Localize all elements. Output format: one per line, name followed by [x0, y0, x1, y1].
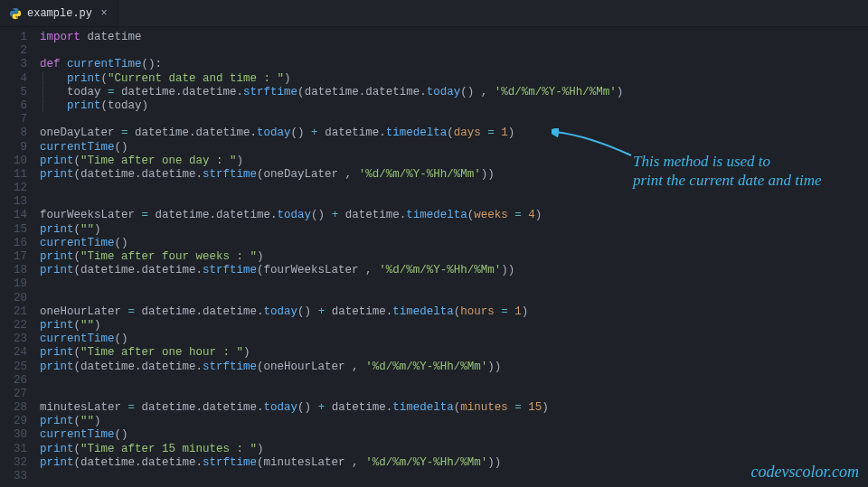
line-number: 7: [0, 113, 27, 126]
line-number: 9: [0, 141, 27, 155]
code-line[interactable]: print("Time after one hour : "): [40, 346, 868, 360]
code-line[interactable]: print(""): [40, 415, 868, 428]
code-line[interactable]: minutesLater = datetime.datetime.today()…: [40, 401, 868, 415]
code-line[interactable]: def currentTime():: [40, 58, 868, 71]
line-number: 12: [0, 182, 27, 195]
line-number: 4: [0, 72, 27, 86]
editor-tab[interactable]: example.py ×: [0, 0, 118, 26]
line-number: 5: [0, 86, 27, 99]
code-line[interactable]: import datetime: [40, 31, 868, 44]
line-number: 25: [0, 361, 27, 374]
code-line[interactable]: print(""): [40, 319, 868, 332]
line-number: 19: [0, 277, 27, 291]
line-number: 18: [0, 264, 27, 277]
line-number: 20: [0, 292, 27, 305]
line-number: 23: [0, 332, 27, 346]
code-line[interactable]: currentTime(): [40, 428, 868, 442]
line-number: 29: [0, 415, 27, 428]
line-number: 8: [0, 126, 27, 140]
code-line[interactable]: │ print("Current date and time : "): [40, 72, 868, 86]
line-number: 22: [0, 319, 27, 332]
code-area[interactable]: import datetime def currentTime():│ prin…: [40, 31, 868, 487]
code-line[interactable]: [40, 374, 868, 388]
annotation-line-1: This method is used to: [633, 153, 770, 170]
code-line[interactable]: print("Time after four weeks : "): [40, 250, 868, 264]
line-number: 21: [0, 305, 27, 319]
line-number: 3: [0, 58, 27, 71]
code-line[interactable]: [40, 195, 868, 209]
line-number: 15: [0, 223, 27, 237]
code-line[interactable]: [40, 292, 868, 305]
code-line[interactable]: print(datetime.datetime.strftime(oneHour…: [40, 361, 868, 374]
line-number: 33: [0, 470, 27, 483]
code-line[interactable]: [40, 388, 868, 401]
code-line[interactable]: print(datetime.datetime.strftime(fourWee…: [40, 264, 868, 277]
line-number: 27: [0, 388, 27, 401]
code-line[interactable]: print(datetime.datetime.strftime(minutes…: [40, 456, 868, 470]
line-number: 30: [0, 428, 27, 442]
line-number: 2: [0, 44, 27, 58]
code-line[interactable]: │ today = datetime.datetime.strftime(dat…: [40, 86, 868, 99]
code-line[interactable]: [40, 277, 868, 291]
watermark: codevscolor.com: [751, 462, 859, 482]
line-number: 11: [0, 168, 27, 182]
line-number: 26: [0, 374, 27, 388]
code-editor[interactable]: 1234567891011121314151617181920212223242…: [0, 27, 868, 487]
handwritten-annotation: This method is used to print the current…: [633, 152, 859, 191]
code-line[interactable]: fourWeeksLater = datetime.datetime.today…: [40, 209, 868, 222]
tab-bar: example.py ×: [0, 0, 868, 27]
line-number-gutter: 1234567891011121314151617181920212223242…: [0, 31, 40, 487]
code-line[interactable]: [40, 470, 868, 483]
line-number: 10: [0, 155, 27, 168]
close-icon[interactable]: ×: [98, 7, 110, 20]
code-line[interactable]: │ print(today): [40, 99, 868, 113]
python-file-icon: [9, 7, 22, 20]
code-line[interactable]: oneHourLater = datetime.datetime.today()…: [40, 305, 868, 319]
line-number: 31: [0, 443, 27, 456]
line-number: 16: [0, 237, 27, 250]
line-number: 17: [0, 250, 27, 264]
code-line[interactable]: currentTime(): [40, 237, 868, 250]
code-line[interactable]: print("Time after 15 minutes : "): [40, 443, 868, 456]
line-number: 1: [0, 31, 27, 44]
line-number: 24: [0, 346, 27, 360]
annotation-line-2: print the current date and time: [633, 172, 822, 189]
code-line[interactable]: [40, 113, 868, 126]
line-number: 14: [0, 209, 27, 222]
line-number: 6: [0, 99, 27, 113]
code-line[interactable]: [40, 44, 868, 58]
code-line[interactable]: currentTime(): [40, 332, 868, 346]
tab-filename: example.py: [27, 7, 92, 20]
line-number: 28: [0, 401, 27, 415]
line-number: 32: [0, 456, 27, 470]
code-line[interactable]: print(""): [40, 223, 868, 237]
code-line[interactable]: oneDayLater = datetime.datetime.today() …: [40, 126, 868, 140]
line-number: 13: [0, 195, 27, 209]
